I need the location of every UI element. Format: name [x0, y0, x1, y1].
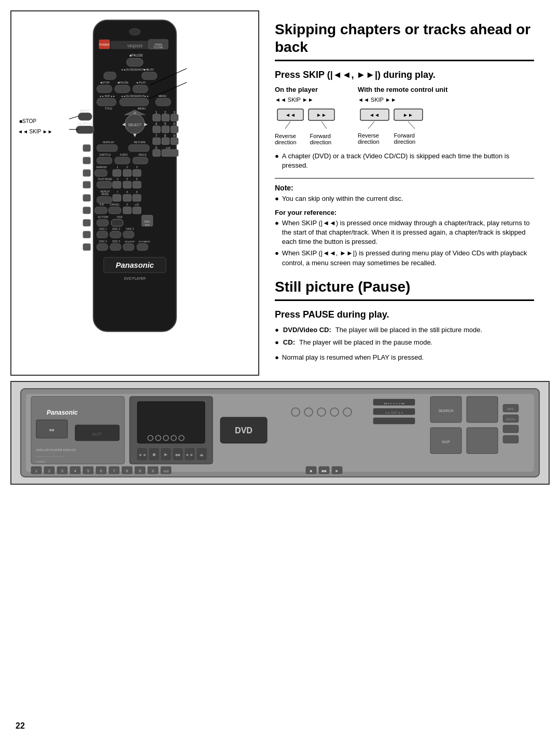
- svg-rect-56: [162, 138, 170, 144]
- svg-text:Panasonic: Panasonic: [116, 261, 153, 269]
- svg-rect-124: [123, 231, 134, 238]
- svg-text:■: ■: [152, 451, 156, 457]
- svg-rect-14: [104, 72, 116, 80]
- svg-text:8: 8: [127, 190, 128, 194]
- svg-text:≥10: ≥10: [166, 146, 171, 149]
- svg-rect-90: [133, 181, 141, 188]
- svg-rect-70: [115, 157, 130, 164]
- svg-text:⏏: ⏏: [200, 453, 204, 457]
- svg-text:1: 1: [35, 469, 37, 473]
- page-container: VEQ2315 OPEN CLOSE POWER ■PAUSE ►PLAY: [0, 0, 560, 739]
- skip-label-player: ◄◄ SKIP ►►: [275, 97, 337, 103]
- svg-text:DVD+CD PLAYER   DVD+CD: DVD+CD PLAYER DVD+CD: [36, 448, 76, 451]
- svg-rect-134: [83, 243, 91, 250]
- svg-rect-79: [133, 170, 141, 176]
- bottom-section: Panasonic ■■ SLOT DVD+CD PLAYER DVD+CD —…: [10, 381, 550, 485]
- svg-text:7: 7: [117, 190, 118, 194]
- svg-text:SUBTITLE: SUBTITLE: [100, 154, 111, 156]
- svg-text:EXCH.: EXCH.: [506, 418, 516, 421]
- svg-rect-123: [110, 231, 121, 238]
- svg-text:2: 2: [307, 410, 310, 415]
- svg-text:9: 9: [139, 469, 141, 473]
- svg-text:TITLE: TITLE: [105, 107, 113, 110]
- svg-text:◄◄ SKIP ►►: ◄◄ SKIP ►►: [99, 95, 116, 98]
- svg-text:◄◄(SLOW)SEARCH►►: ◄◄(SLOW)SEARCH►►: [121, 69, 149, 71]
- svg-text:■■◄◄ ►► ►■■: ■■◄◄ ►► ►■■: [384, 402, 404, 405]
- svg-line-146: [285, 121, 290, 129]
- svg-text:SEARCH: SEARCH: [438, 409, 453, 413]
- svg-text:7: 7: [113, 469, 115, 473]
- svg-rect-19: [115, 85, 130, 93]
- svg-rect-113: [97, 220, 109, 226]
- page-number: 22: [16, 721, 25, 731]
- svg-text:SEQ.: SEQ.: [507, 407, 515, 410]
- skip-bullet1: ● A chapter (DVD) or a track (Video CD/C…: [275, 152, 534, 170]
- svg-text:DVD PLAYER: DVD PLAYER: [124, 277, 146, 280]
- right-panel: Skipping chapters or tracks ahead or bac…: [259, 10, 550, 376]
- svg-rect-69: [97, 157, 112, 164]
- remote-control-svg: VEQ2315 OPEN CLOSE POWER ■PAUSE ►PLAY: [52, 17, 218, 349]
- svg-rect-210: [503, 425, 519, 433]
- svg-text:≥10: ≥10: [135, 203, 139, 206]
- svg-text:4: 4: [333, 410, 336, 415]
- svg-rect-89: [123, 181, 131, 188]
- svg-text:≥10: ≥10: [163, 470, 169, 473]
- svg-rect-109: [133, 207, 141, 214]
- svg-text:RETURN: RETURN: [134, 141, 145, 144]
- svg-text:►►: ►►: [186, 453, 194, 457]
- svg-text:DISC 3: DISC 3: [126, 228, 134, 230]
- svg-text:5: 5: [164, 122, 166, 126]
- svg-text:EXCHANGE: EXCHANGE: [138, 240, 150, 243]
- for-reference-title: For your reference:: [275, 209, 534, 216]
- svg-rect-108: [123, 207, 131, 214]
- forward-label-remote: Forward direction: [394, 132, 416, 145]
- svg-rect-71: [133, 157, 148, 164]
- svg-rect-91: [83, 181, 91, 188]
- svg-rect-88: [113, 181, 121, 188]
- svg-text:——— —— ——— ——: ——— —— ——— ——: [36, 455, 64, 458]
- svg-text:2: 2: [164, 111, 166, 114]
- on-player-group: On the player ◄◄ SKIP ►► ◄◄ ►►: [275, 86, 337, 145]
- svg-text:■PAUSE: ■PAUSE: [118, 81, 129, 84]
- svg-text:CLOSE: CLOSE: [153, 46, 163, 49]
- svg-text:REPEAT: REPEAT: [101, 190, 110, 193]
- svg-rect-12: [142, 72, 157, 80]
- svg-rect-65: [129, 145, 149, 152]
- remote-unit-label: With the remote control unit: [358, 86, 447, 93]
- svg-text:1: 1: [295, 410, 297, 415]
- left-panel: VEQ2315 OPEN CLOSE POWER ■PAUSE ►PLAY: [10, 10, 259, 376]
- svg-text:8: 8: [126, 469, 128, 473]
- svg-text:◄◄ SKIP ►►: ◄◄ SKIP ►►: [77, 122, 93, 125]
- svg-text:A-B: A-B: [100, 203, 104, 206]
- svg-rect-43: [153, 114, 161, 121]
- svg-rect-64: [97, 145, 118, 152]
- svg-text:5: 5: [346, 410, 349, 415]
- subsection1-title: Press SKIP (|◄◄, ►►|) during play.: [275, 70, 534, 80]
- svg-line-152: [368, 121, 374, 129]
- svg-rect-51: [171, 126, 178, 133]
- svg-rect-18: [97, 85, 112, 93]
- svg-text:1: 1: [155, 111, 157, 114]
- svg-text:POWER: POWER: [99, 43, 109, 46]
- svg-text:5: 5: [87, 469, 89, 473]
- svg-text:◄◄(SLOW)SEARCH►►: ◄◄(SLOW)SEARCH►►: [121, 95, 149, 98]
- svg-text:5: 5: [127, 177, 128, 181]
- svg-text:0: 0: [152, 469, 154, 473]
- svg-text:SLOT: SLOT: [92, 432, 102, 436]
- svg-text:MENU: MENU: [158, 94, 166, 98]
- svg-text:DVD: DVD: [235, 426, 253, 435]
- svg-rect-107: [108, 207, 121, 214]
- svg-text:AUDIO: AUDIO: [120, 154, 128, 156]
- svg-text:►: ►: [143, 121, 149, 127]
- dvd-pause-item: ● DVD/Video CD: The player will be place…: [275, 325, 534, 335]
- svg-line-153: [408, 121, 415, 129]
- svg-rect-28: [78, 113, 92, 120]
- svg-rect-45: [171, 114, 178, 121]
- svg-rect-205: [467, 428, 498, 454]
- svg-rect-57: [171, 138, 178, 144]
- svg-text:4: 4: [155, 122, 157, 126]
- svg-text:DISC 5: DISC 5: [112, 240, 120, 243]
- svg-line-147: [321, 121, 327, 129]
- svg-text:3: 3: [173, 111, 175, 114]
- cd-pause-item: ● CD: The player will be placed in the p…: [275, 338, 534, 347]
